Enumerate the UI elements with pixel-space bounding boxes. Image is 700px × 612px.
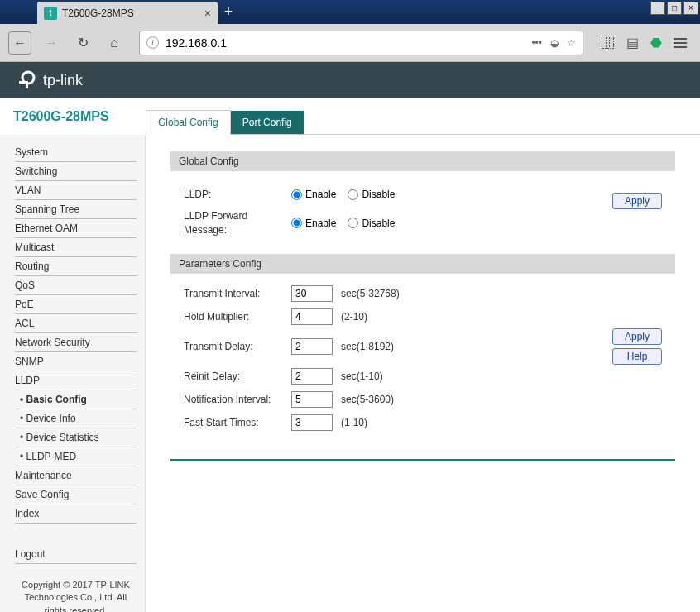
sidebar-item-network-security[interactable]: Network Security (15, 333, 137, 352)
sidebar-icon[interactable]: ▤ (626, 35, 639, 50)
hold-multiplier-label: Hold Multiplier: (184, 311, 291, 323)
fast-start-times-label: Fast Start Times: (184, 417, 291, 428)
sidebar-item-qos[interactable]: QoS (15, 276, 137, 295)
sidebar-item-system[interactable]: System (15, 143, 137, 162)
sidebar-sub-basic-config[interactable]: Basic Config (15, 390, 137, 409)
lldp-disable-radio[interactable]: Disable (348, 189, 395, 200)
hold-multiplier-hint: (2-10) (341, 311, 367, 323)
top-nav: T2600G-28MPS Global Config Port Config (0, 98, 700, 135)
new-tab-button[interactable]: + (218, 0, 239, 24)
shield-icon[interactable]: ⬣ (650, 35, 662, 50)
transmit-interval-label: Transmit Interval: (184, 288, 291, 299)
tab-close-icon[interactable]: × (204, 7, 211, 20)
params-help-button[interactable]: Help (612, 348, 662, 365)
sidebar-item-save-config[interactable]: Save Config (15, 485, 137, 504)
section-params-title: Parameters Config (170, 254, 675, 274)
transmit-interval-input[interactable] (291, 285, 333, 302)
sidebar-item-lldp[interactable]: LLDP (15, 371, 137, 390)
reinit-delay-input[interactable] (291, 368, 333, 385)
fast-start-times-hint: (1-10) (341, 417, 367, 428)
sidebar-item-vlan[interactable]: VLAN (15, 181, 137, 200)
transmit-interval-hint: sec(5-32768) (341, 288, 400, 299)
tab-port-config[interactable]: Port Config (231, 111, 304, 134)
bookmark-star-icon[interactable]: ☆ (567, 37, 576, 49)
sidebar-item-poe[interactable]: PoE (15, 295, 137, 314)
tab-title: T2600G-28MPS (62, 7, 134, 19)
browser-toolbar: ← → ↻ ⌂ i ••• ◒ ☆ ⿲ ▤ ⬣ (0, 24, 700, 62)
logo-icon (17, 69, 40, 92)
app-header: tp-link (0, 62, 700, 98)
section-global-config-title: Global Config (170, 151, 675, 171)
copyright-text: Copyright © 2017 TP-LINK Technologies Co… (15, 579, 137, 612)
library-icon[interactable]: ⿲ (602, 36, 615, 50)
transmit-delay-input[interactable] (291, 338, 333, 355)
url-bar[interactable]: i ••• ◒ ☆ (139, 31, 583, 55)
notification-interval-input[interactable] (291, 391, 333, 408)
sidebar-item-switching[interactable]: Switching (15, 162, 137, 181)
sidebar-sub-device-statistics[interactable]: Device Statistics (15, 428, 137, 447)
info-icon[interactable]: i (146, 36, 159, 49)
forward-enable-radio[interactable]: Enable (291, 218, 336, 229)
minimize-icon[interactable]: _ (650, 2, 665, 15)
notification-interval-hint: sec(5-3600) (341, 394, 394, 405)
sidebar-item-logout[interactable]: Logout (15, 545, 137, 564)
notification-interval-label: Notification Interval: (184, 394, 291, 405)
brand-logo: tp-link (17, 69, 83, 92)
brand-text: tp-link (43, 72, 83, 89)
back-button[interactable]: ← (8, 31, 31, 55)
fast-start-times-input[interactable] (291, 414, 333, 431)
browser-tab[interactable]: t T2600G-28MPS × (37, 2, 218, 24)
url-input[interactable] (165, 36, 531, 50)
tab-global-config[interactable]: Global Config (146, 110, 231, 135)
sidebar: System Switching VLAN Spanning Tree Ethe… (0, 135, 146, 612)
window-controls: _ □ × (649, 2, 698, 15)
favicon: t (44, 7, 57, 20)
device-model: T2600G-28MPS (0, 109, 146, 124)
lldp-enable-radio[interactable]: Enable (291, 189, 336, 200)
shield-badge-icon[interactable]: ◒ (550, 37, 559, 49)
global-apply-button[interactable]: Apply (612, 193, 662, 209)
svg-rect-3 (19, 81, 28, 84)
forward-button[interactable]: → (40, 31, 63, 55)
section-divider (170, 459, 675, 461)
sidebar-item-acl[interactable]: ACL (15, 314, 137, 333)
home-button[interactable]: ⌂ (103, 31, 126, 55)
menu-icon[interactable] (674, 38, 687, 48)
maximize-icon[interactable]: □ (667, 2, 682, 15)
content-area: Global Config LLDP: Enable Disable Apply… (146, 135, 700, 612)
close-icon[interactable]: × (683, 2, 698, 15)
reinit-delay-hint: sec(1-10) (341, 371, 383, 382)
forward-disable-radio[interactable]: Disable (348, 218, 395, 229)
sidebar-item-multicast[interactable]: Multicast (15, 238, 137, 257)
transmit-delay-hint: sec(1-8192) (341, 341, 394, 352)
transmit-delay-label: Transmit Delay: (184, 341, 291, 352)
browser-titlebar: t T2600G-28MPS × + _ □ × (0, 0, 700, 24)
sidebar-item-snmp[interactable]: SNMP (15, 352, 137, 371)
reload-button[interactable]: ↻ (71, 31, 94, 55)
sidebar-sub-device-info[interactable]: Device Info (15, 409, 137, 428)
sidebar-item-ethernet-oam[interactable]: Ethernet OAM (15, 219, 137, 238)
lldp-forward-label: LLDP Forward Message: (184, 209, 291, 237)
reinit-delay-label: Reinit Delay: (184, 371, 291, 382)
sidebar-item-index[interactable]: Index (15, 504, 137, 524)
hold-multiplier-input[interactable] (291, 308, 333, 325)
params-apply-button[interactable]: Apply (612, 328, 662, 345)
sidebar-item-spanning-tree[interactable]: Spanning Tree (15, 200, 137, 219)
sidebar-item-maintenance[interactable]: Maintenance (15, 466, 137, 485)
sidebar-item-routing[interactable]: Routing (15, 257, 137, 276)
sidebar-sub-lldp-med[interactable]: LLDP-MED (15, 447, 137, 466)
lldp-label: LLDP: (184, 189, 291, 200)
more-icon[interactable]: ••• (531, 37, 542, 49)
content-tabs: Global Config Port Config (146, 98, 700, 135)
